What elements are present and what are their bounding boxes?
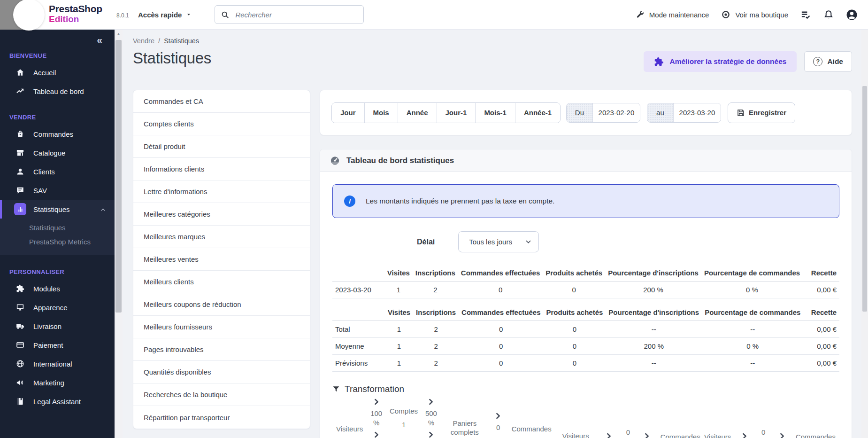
checklist-icon[interactable] <box>800 9 811 20</box>
globe-icon <box>14 360 26 368</box>
delay-label: Délai <box>417 238 435 246</box>
period-button-mois[interactable]: Mois <box>364 103 398 123</box>
improve-data-strategy-button[interactable]: Améliorer la stratégie de données <box>644 51 797 72</box>
column-header-commandes-effectu-es: Commandes effectuées <box>458 265 543 282</box>
chevron-up-icon <box>100 205 106 213</box>
window-scrollbar-thumb[interactable] <box>862 86 867 312</box>
sidebar-item-modules[interactable]: Modules <box>0 279 115 298</box>
stats-nav-item-pages-introuvables[interactable]: Pages introuvables <box>133 338 310 361</box>
funnel-conversion-rate: 0 % <box>758 428 769 438</box>
stats-nav-item-meilleurs-clients[interactable]: Meilleurs clients <box>133 271 310 293</box>
bag-icon <box>14 130 26 138</box>
sidebar-item-label: International <box>33 360 72 368</box>
quick-access-button[interactable]: Accès rapide <box>135 10 195 19</box>
funnel-stage-visiteurs: Visiteurs1 <box>336 424 363 438</box>
content-scrollbar[interactable]: ▲ <box>115 30 123 438</box>
stats-nav-item-quantit-s-disponibles[interactable]: Quantités disponibles <box>133 361 310 383</box>
content-scrollbar-thumb[interactable] <box>115 40 122 313</box>
view-shop-link[interactable]: Voir ma boutique <box>721 10 788 19</box>
funnel-step: 0 <box>489 412 507 438</box>
book-glyph <box>16 397 24 406</box>
window-scrollbar[interactable] <box>861 30 868 438</box>
stats-nav-item-comptes-clients[interactable]: Comptes clients <box>133 113 310 135</box>
period-button-ann-e[interactable]: Année <box>398 103 437 123</box>
chevron-right-icon <box>373 431 380 438</box>
column-header-visites: Visites <box>384 265 413 282</box>
stats-nav-item-commandes-et-ca[interactable]: Commandes et CA <box>133 90 310 113</box>
period-button-mois-1[interactable]: Mois-1 <box>475 103 515 123</box>
stats-nav-item-meilleurs-fournisseurs[interactable]: Meilleurs fournisseurs <box>133 316 310 338</box>
column-header-inscriptions: Inscriptions <box>413 304 459 321</box>
column-header-pourcentage-de-commandes: Pourcentage de commandes <box>701 265 803 282</box>
funnel-stage-value: 1 <box>390 421 418 429</box>
sidebar-item-legal-assistant[interactable]: Legal Assistant <box>0 392 115 411</box>
sidebar-item-sav[interactable]: SAV <box>0 181 115 200</box>
date-from-input[interactable] <box>593 103 640 122</box>
stats-nav-item-lettre-d-informations[interactable]: Lettre d'informations <box>133 180 310 203</box>
delay-select-value: Tous les jours <box>469 238 525 246</box>
maintenance-mode-link[interactable]: Mode maintenance <box>636 10 709 19</box>
period-button-jour-1[interactable]: Jour-1 <box>437 103 476 123</box>
cell: 0 <box>543 321 606 338</box>
stats-nav-item-meilleures-marques[interactable]: Meilleures marques <box>133 226 310 248</box>
search-box[interactable] <box>215 5 364 24</box>
stats-nav-item-meilleures-ventes[interactable]: Meilleures ventes <box>133 248 310 271</box>
bell-icon[interactable] <box>823 9 834 20</box>
sidebar-item-commandes[interactable]: Commandes <box>0 125 115 143</box>
daily-stats-table: VisitesInscriptionsCommandes effectuéesP… <box>332 265 839 298</box>
funnel-conversion: 500 % <box>422 398 440 438</box>
sidebar-item-international[interactable]: International <box>0 354 115 373</box>
table-row: 2023-03-201200200 %0 %0,00 € <box>332 282 839 298</box>
collapse-sidebar-button[interactable]: « <box>94 34 105 45</box>
stats-nav-item-d-tail-produit[interactable]: Détail produit <box>133 135 310 158</box>
prestashop-logo-icon <box>13 0 45 31</box>
funnel-conversion-rate: 500 % <box>422 409 440 428</box>
stats-nav-item-meilleurs-coupons-de-r-duction[interactable]: Meilleurs coupons de réduction <box>133 293 310 316</box>
cell: 0 <box>459 338 543 355</box>
save-button[interactable]: Enregistrer <box>728 102 795 123</box>
sidebar-item-catalogue[interactable]: Catalogue <box>0 143 115 162</box>
scrollbar-up-arrow[interactable]: ▲ <box>115 30 123 38</box>
chevron-right-icon <box>373 398 380 406</box>
sidebar-subitem-statistiques[interactable]: Statistiques <box>29 220 115 235</box>
sidebar-item-label: Statistiques <box>33 205 70 213</box>
sidebar-item-marketing[interactable]: Marketing <box>0 373 115 392</box>
sidebar-section-title: PERSONNALISER <box>9 268 115 275</box>
store-glyph <box>16 149 24 157</box>
cell: 0 <box>458 282 543 298</box>
search-input[interactable] <box>234 10 358 19</box>
sidebar-item-paiement[interactable]: Paiement <box>0 336 115 354</box>
stats-nav-item-meilleures-cat-gories[interactable]: Meilleures catégories <box>133 203 310 226</box>
sidebar-subitem-prestashop-metrics[interactable]: PrestaShop Metrics <box>29 235 115 249</box>
funnel-stage-paniers-complets: Paniers complets0 <box>445 419 485 438</box>
prestashop-logo[interactable]: PrestaShop Edition 8.0.1 <box>0 0 128 30</box>
date-to-input[interactable] <box>674 103 721 122</box>
sidebar-item-livraison[interactable]: Livraison <box>0 317 115 336</box>
sidebar-item-accueil[interactable]: Accueil <box>0 63 115 82</box>
stats-nav-item-recherches-de-la-boutique[interactable]: Recherches de la boutique <box>133 383 310 406</box>
truck-glyph <box>16 322 24 330</box>
sidebar-item-tableau-de-bord[interactable]: Tableau de bord <box>0 82 115 101</box>
stats-nav-item-informations-clients[interactable]: Informations clients <box>133 158 310 180</box>
breadcrumb-vendre[interactable]: Vendre <box>133 37 154 45</box>
date-from-label: Du <box>567 103 593 122</box>
globe-glyph <box>16 360 24 368</box>
period-buttons: JourMoisAnnéeJour-1Mois-1Année-1 <box>331 102 561 123</box>
account-icon[interactable] <box>846 9 858 21</box>
column-header-inscriptions: Inscriptions <box>413 265 458 282</box>
period-button-ann-e-1[interactable]: Année-1 <box>515 103 560 123</box>
delay-select[interactable]: Tous les jours <box>458 231 539 252</box>
funnel-stage-label: Commandes <box>512 424 552 433</box>
stats-nav-item-r-partition-par-transporteur[interactable]: Répartition par transporteur <box>133 406 310 429</box>
cell: 1 <box>385 355 413 372</box>
eye-icon <box>721 10 730 19</box>
sidebar-item-statistiques[interactable]: Statistiques <box>0 200 115 219</box>
page-title: Statistiques <box>133 49 211 67</box>
period-button-jour[interactable]: Jour <box>332 103 364 123</box>
sidebar-item-clients[interactable]: Clients <box>0 162 115 181</box>
help-button[interactable]: ? Aide <box>804 51 852 72</box>
stats-categories-nav: Commandes et CAComptes clientsDétail pro… <box>133 90 310 429</box>
sidebar-item-apparence[interactable]: Apparence <box>0 298 115 317</box>
funnel-arrow <box>599 432 618 438</box>
cell: -- <box>606 355 702 372</box>
